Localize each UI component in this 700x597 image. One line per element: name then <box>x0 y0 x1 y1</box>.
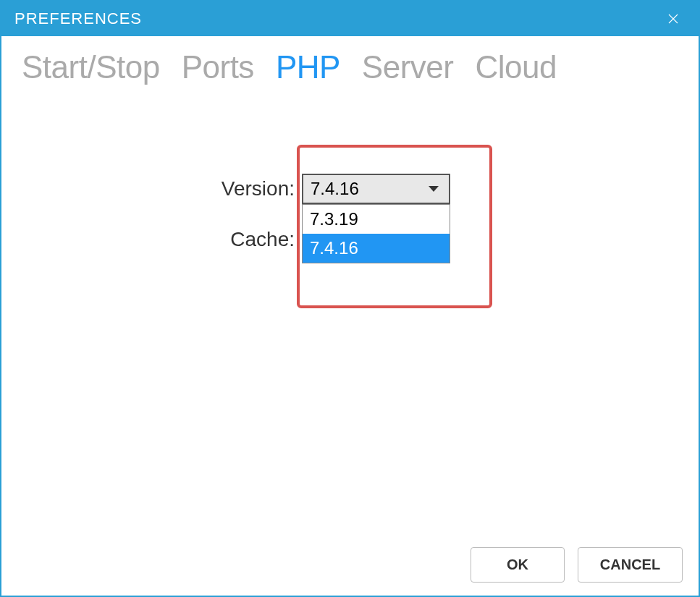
tab-bar: Start/Stop Ports PHP Server Cloud <box>1 36 699 85</box>
tab-ports[interactable]: Ports <box>182 49 254 85</box>
version-select-wrap: 7.4.16 7.3.19 7.4.16 <box>302 174 450 204</box>
cancel-button[interactable]: CANCEL <box>578 547 683 583</box>
cache-label: Cache: <box>219 228 302 251</box>
tab-cloud[interactable]: Cloud <box>475 49 556 85</box>
preferences-window: PREFERENCES Start/Stop Ports PHP Server … <box>0 0 700 597</box>
version-selected-value: 7.4.16 <box>311 179 359 199</box>
version-dropdown: 7.3.19 7.4.16 <box>302 204 450 263</box>
ok-button[interactable]: OK <box>471 547 565 583</box>
version-option-1[interactable]: 7.4.16 <box>303 234 450 263</box>
dialog-footer: OK CANCEL <box>471 547 683 583</box>
content-area: Start/Stop Ports PHP Server Cloud Versio… <box>1 36 699 596</box>
window-title: PREFERENCES <box>14 9 142 28</box>
close-icon <box>667 12 680 25</box>
tab-php[interactable]: PHP <box>276 49 340 85</box>
tab-server[interactable]: Server <box>362 49 454 85</box>
titlebar: PREFERENCES <box>1 1 699 36</box>
php-settings-form: Version: 7.4.16 7.3.19 7.4.16 Cache: <box>219 174 450 275</box>
version-select[interactable]: 7.4.16 <box>302 174 450 204</box>
version-row: Version: 7.4.16 7.3.19 7.4.16 <box>219 174 450 204</box>
close-button[interactable] <box>661 7 686 31</box>
chevron-down-icon <box>429 186 439 192</box>
version-label: Version: <box>219 177 302 200</box>
version-option-0[interactable]: 7.3.19 <box>303 205 450 234</box>
tab-start-stop[interactable]: Start/Stop <box>22 49 160 85</box>
